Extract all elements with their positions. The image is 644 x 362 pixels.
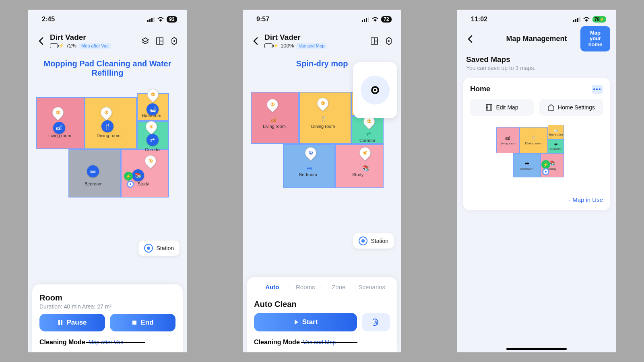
robot-popup[interactable] [353, 62, 397, 118]
back-button[interactable] [465, 34, 475, 44]
cellular-icon [573, 17, 580, 22]
mode-title: Auto Clean [254, 300, 390, 309]
cleaning-mode-value: Vac and Mop [301, 339, 337, 346]
room-label: Dining room [97, 133, 120, 138]
bottom-card: Room Duration: 40 min Area: 27 m² Pause … [32, 284, 183, 352]
svg-rect-3 [153, 17, 155, 22]
phone-screen-1: 2:45 93 Dirt Vader ⚡ 72% Mop after Vac M… [28, 10, 187, 352]
battery-pill: 72 [381, 16, 392, 23]
tab-zone[interactable]: Zone [322, 282, 355, 294]
svg-rect-10 [132, 321, 136, 325]
dock-icon: ⚡ [541, 160, 550, 169]
cleaning-mode-value: Mop after Vac [87, 339, 125, 346]
section-subtitle: You can save up to 3 maps. [457, 65, 616, 75]
svg-rect-21 [575, 19, 576, 22]
thumbnail-map[interactable]: 🛋Living room 🍴Dining room 🛁Bathroom ⇄Cor… [496, 127, 577, 187]
room-label: Corridor [145, 147, 161, 152]
wifi-icon [372, 17, 379, 22]
fork-knife-icon: 🍴 [318, 113, 330, 125]
floorplan-map[interactable]: Living room Dining room Bathroom Corrido… [28, 85, 187, 214]
bath-icon: 🛁 [147, 103, 159, 115]
door-icon: ⇄ [147, 134, 159, 146]
books-icon: 📚 [132, 169, 144, 181]
header: Dirt Vader ⚡ 72% Mop after Vac [28, 29, 187, 53]
end-button[interactable]: End [110, 314, 175, 331]
svg-rect-1 [149, 19, 151, 22]
tab-rooms[interactable]: Rooms [289, 282, 322, 294]
settings-icon[interactable] [384, 37, 393, 45]
layout-icon[interactable] [155, 37, 164, 45]
wifi-icon [583, 17, 590, 22]
svg-rect-14 [368, 17, 369, 22]
door-icon: ⇄ [363, 128, 375, 140]
sofa-icon: 🛋 [268, 114, 280, 126]
battery-pill: 93 [167, 16, 177, 23]
device-name: Dirt Vader [264, 33, 366, 42]
page-title: Map Management [506, 35, 567, 43]
pause-button[interactable]: Pause [39, 314, 105, 331]
bed-icon: 🛏 [303, 162, 315, 174]
battery-pct: 100% [281, 43, 294, 49]
edit-map-button[interactable]: Edit Map [470, 99, 534, 116]
status-bar: 9:57 72 [243, 10, 401, 29]
home-settings-button[interactable]: Home Settings [539, 99, 603, 116]
mode-title: Room [39, 293, 175, 302]
sofa-icon: 🛋 [53, 122, 65, 134]
battery-icon [264, 43, 272, 48]
tab-auto[interactable]: Auto [256, 282, 289, 294]
svg-rect-0 [147, 20, 149, 22]
start-button[interactable]: Start [254, 313, 357, 331]
map-in-use-label: · Map in Use [470, 196, 603, 203]
robot-icon [542, 168, 549, 175]
charge-icon: ⚡ [59, 43, 64, 48]
station-label: Station [156, 245, 174, 251]
phone-screen-3: 11:02 78⚡ Map Management Map your home S… [457, 10, 616, 352]
back-button[interactable] [251, 36, 260, 46]
battery-pill: 78⚡ [592, 16, 606, 23]
station-icon [359, 237, 367, 245]
svg-point-7 [173, 40, 175, 42]
status-time: 9:57 [256, 16, 269, 23]
robot-icon-ring [361, 76, 390, 105]
dock-icon: ⚡ [124, 172, 133, 181]
wifi-icon [157, 17, 164, 22]
station-button[interactable]: Station [353, 233, 394, 249]
bottom-card: Auto Rooms Zone Scenarios Auto Clean Sta… [247, 277, 397, 352]
fork-knife-icon: 🍴 [101, 120, 114, 132]
status-banner: Mopping Pad Cleaning and Water Refilling [28, 53, 187, 81]
mode-tabs: Auto Rooms Zone Scenarios [256, 282, 388, 295]
svg-point-18 [388, 40, 390, 42]
map-card: Home ••• Edit Map Home Settings 🛋Living … [463, 78, 610, 210]
more-menu-button[interactable]: ••• [592, 85, 603, 94]
status-time: 2:45 [42, 16, 55, 23]
settings-icon[interactable] [170, 37, 179, 45]
charge-icon: ⚡ [273, 43, 278, 48]
robot-icon [127, 181, 134, 188]
cleaning-mode-label: Cleaning Mode [39, 339, 85, 346]
cellular-icon [362, 17, 369, 22]
layout-icon[interactable] [370, 37, 379, 45]
svg-rect-11 [362, 20, 363, 22]
back-button[interactable] [36, 36, 46, 46]
svg-rect-8 [58, 320, 60, 325]
svg-rect-20 [573, 20, 574, 22]
books-icon: 📚 [359, 162, 372, 174]
mode-chip: Vac and Mop [296, 43, 327, 49]
home-indicator[interactable] [506, 348, 567, 350]
phone-screen-2: 9:57 72 Dirt Vader ⚡ 100% Vac and Mop Sp… [243, 10, 401, 352]
cleaning-mode-label: Cleaning Mode [254, 339, 300, 346]
status-bar: 2:45 93 [28, 10, 187, 29]
ai-button[interactable]: AI [362, 313, 390, 331]
bed-icon: 🛏 [87, 165, 99, 177]
svg-rect-22 [577, 18, 578, 22]
mode-sub: Duration: 40 min Area: 27 m² [39, 303, 175, 310]
layers-icon[interactable] [141, 37, 150, 45]
mode-chip: Mop after Vac [79, 43, 111, 49]
battery-icon [50, 43, 58, 48]
room-label: Bedroom [85, 181, 103, 186]
station-icon [144, 244, 153, 253]
map-home-button[interactable]: Map your home [580, 26, 610, 51]
svg-text:AI: AI [374, 320, 378, 325]
tab-scenarios[interactable]: Scenarios [355, 282, 389, 294]
station-button[interactable]: Station [138, 241, 180, 256]
